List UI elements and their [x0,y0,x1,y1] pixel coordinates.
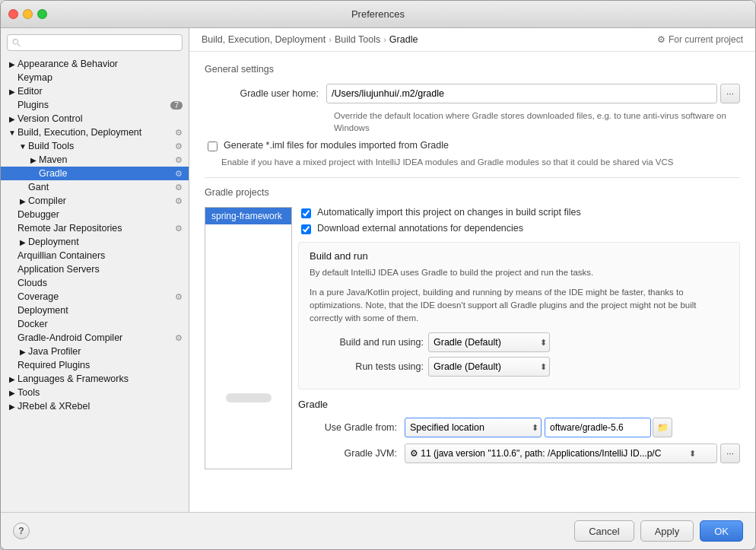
sidebar: ▶ Appearance & Behavior Keymap ▶ Editor … [1,28,189,512]
sidebar-item-label: Debugger [17,209,186,220]
build-run-using-label: Build and run using: [310,337,424,348]
main-panel: Build, Execution, Deployment › Build Too… [189,28,755,512]
sidebar-item-label: Version Control [17,113,186,124]
window-title: Preferences [351,8,405,20]
apply-button[interactable]: Apply [640,520,694,542]
gradle-path-browse-button[interactable]: 📁 [653,418,672,437]
sidebar-item-build-execution-deployment[interactable]: ▼ Build, Execution, Deployment ⚙ [1,126,189,139]
minimize-button[interactable] [23,9,33,19]
chevron-icon: ▼ [7,127,17,138]
sidebar-item-label: Clouds [17,278,186,288]
gradle-home-browse-button[interactable]: ··· [720,84,740,103]
gradle-jvm-select[interactable]: ⚙ 11 (java version "11.0.6", path: /Appl… [405,443,717,463]
sidebar-item-java-profiler[interactable]: ▶ Java Profiler [1,345,189,358]
settings-icon: ⚙ [175,141,183,151]
gradle-jvm-label: Gradle JVM: [298,448,405,459]
chevron-icon: ▶ [7,86,17,97]
build-run-title: Build and run [310,250,729,262]
preferences-window: Preferences ▶ Appearance & Behavior K [0,0,756,550]
build-run-desc: By default IntelliJ IDEA uses Gradle to … [310,266,729,279]
sidebar-item-gradle[interactable]: Gradle ⚙ [1,167,189,180]
sidebar-item-appearance-behavior[interactable]: ▶ Appearance & Behavior [1,57,189,71]
use-gradle-select[interactable]: Specified location [405,418,542,437]
build-run-warning: In a pure Java/Kotlin project, building … [310,286,729,326]
sidebar-item-plugins[interactable]: ▶ Plugins 7 [1,98,189,112]
gradle-jvm-browse-button[interactable]: ··· [720,443,740,463]
sidebar-item-clouds[interactable]: Clouds [1,276,189,290]
sidebar-item-build-tools[interactable]: ▼ Build Tools ⚙ [1,139,189,153]
sidebar-item-label: Deployment [17,305,186,316]
build-run-select[interactable]: Gradle (Default) [428,332,550,352]
search-input[interactable] [24,37,177,48]
chevron-icon: ▶ [17,237,28,247]
breadcrumb-current: Gradle [389,34,418,45]
sidebar-item-languages-frameworks[interactable]: ▶ Languages & Frameworks [1,372,189,386]
settings-icon: ⚙ [175,183,183,192]
projects-panel: spring-framework Automatically import th… [205,207,740,469]
sidebar-tree: ▶ Appearance & Behavior Keymap ▶ Editor … [1,56,189,512]
settings-icon: ⚙ [175,155,183,165]
close-button[interactable] [8,9,18,19]
ok-button[interactable]: OK [700,520,743,542]
sidebar-item-compiler[interactable]: ▶ Compiler ⚙ [1,194,189,208]
sidebar-item-application-servers[interactable]: Application Servers [1,262,189,276]
sidebar-item-label: JRebel & XRebel [17,401,186,412]
sidebar-item-coverage[interactable]: Coverage ⚙ [1,290,189,304]
project-item[interactable]: spring-framework [205,208,291,224]
svg-point-0 [13,40,17,44]
maximize-button[interactable] [37,9,47,19]
sidebar-item-docker[interactable]: Docker [1,317,189,331]
breadcrumb-part1: Build, Execution, Deployment [202,34,326,45]
run-tests-select-wrapper: Gradle (Default) ⬍ [428,357,550,377]
svg-line-1 [17,44,20,46]
download-annotations-checkbox[interactable] [301,224,311,234]
sidebar-item-deployment[interactable]: ▶ Deployment [1,235,189,249]
sidebar-item-gradle-android-compiler[interactable]: Gradle-Android Compiler ⚙ [1,331,189,345]
sidebar-item-arquillian-containers[interactable]: Arquillian Containers [1,249,189,262]
footer: ? Cancel Apply OK [1,512,755,549]
settings-icon: ⚙ [175,169,183,179]
generate-iml-checkbox[interactable] [208,141,218,151]
sidebar-item-required-plugins[interactable]: Required Plugins [1,358,189,372]
gradle-user-home-input[interactable] [326,84,717,103]
sidebar-item-label: Java Profiler [28,346,186,357]
chevron-icon: ▶ [7,113,17,124]
sidebar-item-debugger[interactable]: Debugger [1,208,189,221]
projects-scrollbar[interactable] [226,393,272,402]
cancel-button[interactable]: Cancel [574,520,634,542]
sidebar-item-deployment2[interactable]: Deployment [1,304,189,317]
sidebar-item-label: Tools [17,387,186,398]
download-annotations-label: Download external annotations for depend… [317,223,523,234]
settings-icon: ⚙ [175,333,183,343]
help-button[interactable]: ? [13,523,30,539]
sidebar-item-gant[interactable]: Gant ⚙ [1,180,189,194]
chevron-icon: ▶ [7,59,17,69]
sidebar-item-version-control[interactable]: ▶ Version Control [1,112,189,126]
gradle-user-home-label: Gradle user home: [205,88,326,99]
gradle-path-input[interactable] [545,418,651,437]
sidebar-item-label: Gant [28,182,175,192]
sidebar-item-label: Build, Execution, Deployment [17,127,175,138]
sidebar-item-keymap[interactable]: Keymap [1,71,189,84]
breadcrumb-sep2: › [383,35,386,44]
gradle-user-home-row: Gradle user home: ··· [205,84,740,103]
sidebar-item-label: Build Tools [28,141,175,151]
breadcrumb-sep1: › [329,35,332,44]
sidebar-item-remote-jar-repositories[interactable]: Remote Jar Repositories ⚙ [1,221,189,235]
sidebar-item-jrebel-xrebel[interactable]: ▶ JRebel & XRebel [1,399,189,413]
auto-import-label: Automatically import this project on cha… [317,207,581,218]
sidebar-item-label: Application Servers [17,264,186,275]
sidebar-item-tools[interactable]: ▶ Tools [1,386,189,399]
build-run-select-wrapper: Gradle (Default) ⬍ [428,332,550,352]
run-tests-select[interactable]: Gradle (Default) [428,357,550,377]
sidebar-item-label: Required Plugins [17,360,186,370]
settings-icon: ⚙ [175,224,183,234]
search-box[interactable] [7,34,183,51]
sidebar-item-editor[interactable]: ▶ Editor [1,84,189,98]
use-gradle-select-wrapper: Specified location ⬍ [405,418,542,437]
sidebar-item-label: Appearance & Behavior [17,59,186,69]
auto-import-checkbox[interactable] [301,208,311,218]
main-content-area: ▶ Appearance & Behavior Keymap ▶ Editor … [1,28,755,512]
gradle-jvm-wrapper: ⚙ 11 (java version "11.0.6", path: /Appl… [405,443,717,463]
sidebar-item-maven[interactable]: ▶ Maven ⚙ [1,153,189,167]
